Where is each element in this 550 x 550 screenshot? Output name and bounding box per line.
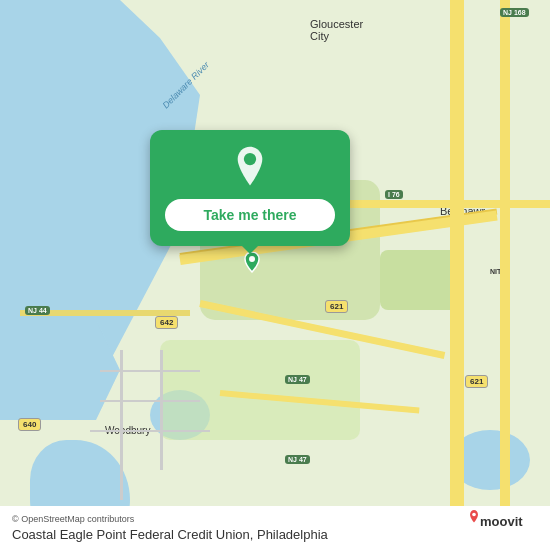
popup-icon-container [228,145,272,189]
shield-nj44: NJ 44 [25,306,50,315]
badge-621: 621 [325,300,348,313]
grid-road-h3 [90,430,210,432]
grid-road-v2 [160,350,163,470]
land-patch-3 [380,250,460,310]
highway-vertical-2 [500,0,510,550]
popup-card: Take me there [150,130,350,246]
bottom-bar: © OpenStreetMap contributors Coastal Eag… [0,506,550,550]
grid-road-h1 [100,370,200,372]
shield-nj47-2: NJ 47 [285,455,310,464]
attribution-text: © OpenStreetMap contributors [12,514,538,524]
location-name-text: Coastal Eagle Point Federal Credit Union… [12,527,538,542]
moovit-logo: moovit [470,506,540,540]
location-pin-icon [228,145,272,189]
map-background: Delaware River GloucesterCity Bellmawr W… [0,0,550,550]
shield-nj47-1: NJ 47 [285,375,310,384]
land-patch-2 [160,340,360,440]
grid-road-v1 [120,350,123,500]
map-container: Delaware River GloucesterCity Bellmawr W… [0,0,550,550]
grid-road-h2 [100,400,200,402]
road-i76 [320,200,550,208]
highway-vertical-1 [450,0,464,550]
city-gloucester: GloucesterCity [310,18,363,42]
badge-640: 640 [18,418,41,431]
svg-point-2 [472,513,476,517]
badge-621-2: 621 [465,375,488,388]
shield-i76: I 76 [385,190,403,199]
moovit-logo-svg: moovit [470,506,540,536]
svg-point-1 [244,153,256,165]
badge-642: 642 [155,316,178,329]
take-me-there-button[interactable]: Take me there [165,199,335,231]
shield-nj168: NJ 168 [500,8,529,17]
svg-text:moovit: moovit [480,514,523,529]
